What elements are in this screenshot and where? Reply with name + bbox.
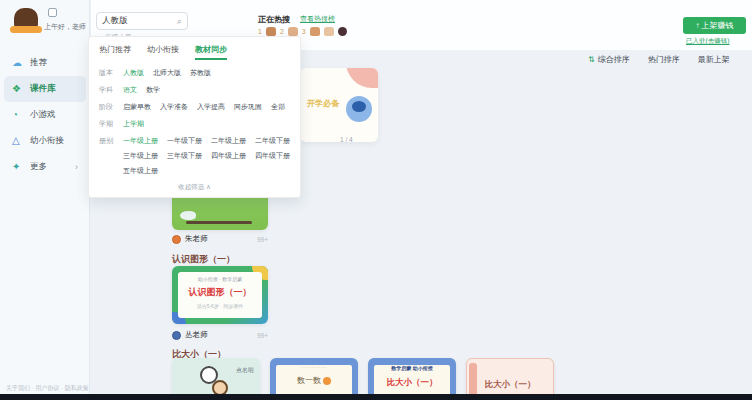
card-top-text: 幼小衔接 · 数学启蒙 [178, 276, 262, 282]
filter-row-subject: 学科 语文 数学 [99, 85, 290, 95]
filter-option[interactable]: 二年级上册 [211, 136, 246, 146]
hot-item-thumb-icon[interactable] [338, 27, 347, 36]
hot-search-label: 正在热搜 [258, 14, 290, 25]
filter-option[interactable]: 四年级上册 [211, 151, 246, 161]
sparkle-icon: ✦ [12, 162, 23, 172]
filter-option[interactable]: 语文 [123, 85, 137, 95]
filter-row-volume: 册别 一年级上册 一年级下册 二年级上册 二年级下册 三年级上册 三年级下册 四… [99, 136, 290, 176]
filter-option[interactable]: 四年级下册 [255, 151, 290, 161]
banner-pagination: 1 / 4 [340, 136, 353, 143]
card-main-title: 数一数 [276, 375, 352, 386]
filter-dropdown-panel: 热门推荐 幼小衔接 教材同步 版本 人教版 北师大版 苏教版 学科 语文 数学 … [88, 36, 301, 198]
card-header-text: 数学启蒙 幼小衔接 [374, 365, 450, 371]
sort-label: 综合排序 [598, 54, 630, 65]
filter-tabs: 热门推荐 幼小衔接 教材同步 [99, 44, 290, 60]
filter-label: 阶段 [99, 102, 123, 112]
filter-label: 册别 [99, 136, 123, 176]
filter-option[interactable]: 启蒙早教 [123, 102, 151, 112]
section-title-shapes: 认识图形（一） [172, 253, 235, 266]
filter-option[interactable]: 三年级上册 [123, 151, 158, 161]
author-avatar[interactable] [172, 235, 181, 244]
tab-hot[interactable]: 热门推荐 [99, 44, 131, 60]
sidebar-item-courseware[interactable]: ❖ 课件库 [4, 76, 86, 102]
sidebar-item-more[interactable]: ✦ 更多 › [4, 154, 86, 180]
filter-option[interactable]: 北师大版 [153, 68, 181, 78]
filter-row-stage: 阶段 启蒙早教 入学准备 入学提高 同步巩固 全部 [99, 102, 290, 112]
sort-comprehensive[interactable]: ⇅ 综合排序 [588, 54, 630, 65]
book-icon: ❖ [12, 84, 23, 94]
search-box[interactable]: ⌕ [96, 12, 188, 30]
sidebar-footer-links[interactable]: 关于我们 · 用户协议 · 隐私政策 [6, 384, 89, 393]
card-main-title: 认识图形（一） [178, 286, 262, 299]
search-icon[interactable]: ⌕ [177, 16, 182, 27]
filter-row-version: 版本 人教版 北师大版 苏教版 [99, 68, 290, 78]
hot-item-thumb-icon[interactable] [310, 27, 320, 36]
filter-label: 学期 [99, 119, 123, 129]
sort-icon: ⇅ [588, 55, 595, 64]
filter-option[interactable]: 数学 [146, 85, 160, 95]
card-dots-text: ·········· [276, 365, 352, 370]
filter-option[interactable]: 三年级下册 [167, 151, 202, 161]
filter-option[interactable]: 五年级上册 [123, 166, 158, 176]
sort-newest[interactable]: 最新上架 [698, 54, 730, 65]
author-name[interactable]: 朱老师 [185, 234, 208, 244]
cloud-icon: ☁ [12, 58, 23, 68]
sort-hot[interactable]: 热门排序 [648, 54, 680, 65]
filter-option[interactable]: 入学准备 [160, 102, 188, 112]
hot-item-thumb-icon[interactable] [288, 27, 298, 36]
hot-item-thumb-icon[interactable] [266, 27, 276, 36]
author-name[interactable]: 丛老师 [185, 330, 208, 340]
like-count: 99+ [257, 332, 268, 339]
hot-search-rank-row[interactable]: 1 2 3 [258, 27, 347, 36]
collapse-filter-button[interactable]: 收起筛选 ∧ [99, 183, 290, 192]
sidebar-nav: ☁ 推荐 ❖ 课件库 ◔ 小游戏 △ 幼小衔接 ✦ 更多 › [4, 50, 86, 180]
sidebar-item-transition[interactable]: △ 幼小衔接 [4, 128, 86, 154]
sidebar-item-label: 更多 [30, 161, 47, 173]
filter-option[interactable]: 入学提高 [197, 102, 225, 112]
tab-transition[interactable]: 幼小衔接 [147, 44, 179, 60]
app-logo-icon [10, 8, 44, 34]
card-caption: 丛老师 99+ [172, 330, 268, 340]
banner-decor-pink [346, 68, 378, 88]
rank-number: 1 [258, 28, 262, 35]
sidebar-item-games[interactable]: ◔ 小游戏 [4, 102, 86, 128]
sort-label: 最新上架 [698, 54, 730, 65]
author-avatar[interactable] [172, 331, 181, 340]
upload-courseware-button[interactable]: ↑ 上架赚钱 [683, 17, 746, 34]
filter-option[interactable]: 上学期 [123, 119, 144, 129]
clock-icon: ◔ [12, 110, 23, 120]
card-main-title: 比大小（一） [374, 377, 450, 389]
banner-text: 开学必备 [307, 98, 339, 109]
card-caption: 朱老师 99+ [172, 234, 268, 244]
courseware-card-shapes[interactable]: 幼小衔接 · 数学启蒙 认识图形（一） 适合5-6岁 · 同步课件 [172, 266, 268, 324]
filter-option[interactable]: 同步巩固 [234, 102, 262, 112]
filter-option[interactable]: 二年级下册 [255, 136, 290, 146]
promo-banner[interactable]: 开学必备 [300, 68, 378, 142]
sidebar-item-label: 幼小衔接 [30, 135, 64, 147]
filter-option[interactable]: 苏教版 [190, 68, 211, 78]
search-input[interactable] [102, 16, 172, 26]
filter-label: 版本 [99, 68, 123, 78]
chevron-right-icon: › [75, 162, 78, 172]
banner-decor-ball-core [352, 101, 366, 112]
filter-option[interactable]: 人教版 [123, 68, 144, 78]
goose-illustration [180, 211, 196, 220]
sidebar-item-label: 课件库 [30, 83, 56, 95]
hot-search-link[interactable]: 查看热搜榜 [300, 14, 335, 24]
card-text: 数一数 [297, 376, 321, 385]
sidebar-item-recommend[interactable]: ☁ 推荐 [4, 50, 86, 76]
tab-textbook-sync[interactable]: 教材同步 [195, 44, 227, 60]
notice-icon[interactable] [48, 8, 57, 17]
card-sub-text: 适合5-6岁 · 同步课件 [178, 303, 262, 309]
sort-label: 热门排序 [648, 54, 680, 65]
filter-option[interactable]: 一年级下册 [167, 136, 202, 146]
filter-option[interactable]: 全部 [271, 102, 285, 112]
hot-item-thumb-icon[interactable] [324, 27, 334, 36]
sidebar-item-label: 小游戏 [30, 109, 56, 121]
sidebar-item-label: 推荐 [30, 57, 47, 69]
filter-option[interactable]: 一年级上册 [123, 136, 158, 146]
creator-join-link[interactable]: 已入驻(去赚钱) [686, 37, 729, 46]
triangle-icon: △ [12, 136, 23, 146]
greeting-text: 上午好，老师 [44, 22, 86, 32]
rank-number: 2 [280, 28, 284, 35]
